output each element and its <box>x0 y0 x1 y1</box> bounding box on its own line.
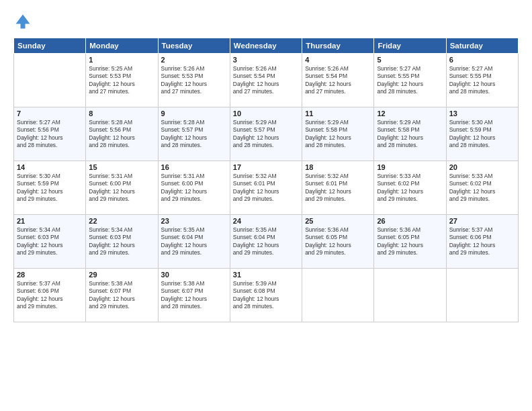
cell-info: Sunrise: 5:35 AM Sunset: 6:04 PM Dayligh… <box>233 226 299 257</box>
cell-info: Sunrise: 5:31 AM Sunset: 6:00 PM Dayligh… <box>89 173 154 203</box>
calendar-cell: 16Sunrise: 5:31 AM Sunset: 6:00 PM Dayli… <box>158 161 230 215</box>
cell-info: Sunrise: 5:27 AM Sunset: 5:55 PM Dayligh… <box>377 65 443 96</box>
cell-info: Sunrise: 5:37 AM Sunset: 6:06 PM Dayligh… <box>449 226 515 257</box>
calendar-cell: 2Sunrise: 5:26 AM Sunset: 5:53 PM Daylig… <box>158 54 230 107</box>
column-header-friday: Friday <box>374 38 446 54</box>
calendar-week-3: 14Sunrise: 5:30 AM Sunset: 5:59 PM Dayli… <box>14 161 519 215</box>
day-number: 17 <box>233 163 299 171</box>
day-number: 10 <box>233 109 299 118</box>
calendar-cell: 11Sunrise: 5:29 AM Sunset: 5:58 PM Dayli… <box>302 107 374 161</box>
cell-info: Sunrise: 5:38 AM Sunset: 6:07 PM Dayligh… <box>161 280 227 311</box>
calendar-week-2: 7Sunrise: 5:27 AM Sunset: 5:56 PM Daylig… <box>14 107 519 161</box>
day-number: 30 <box>161 271 227 279</box>
cell-info: Sunrise: 5:32 AM Sunset: 6:01 PM Dayligh… <box>305 173 371 203</box>
cell-info: Sunrise: 5:32 AM Sunset: 6:01 PM Dayligh… <box>233 173 299 203</box>
calendar-cell: 17Sunrise: 5:32 AM Sunset: 6:01 PM Dayli… <box>230 161 302 215</box>
day-number: 3 <box>233 56 299 64</box>
calendar-cell: 24Sunrise: 5:35 AM Sunset: 6:04 PM Dayli… <box>230 215 302 269</box>
cell-info: Sunrise: 5:33 AM Sunset: 6:02 PM Dayligh… <box>377 173 443 203</box>
day-number: 13 <box>449 109 515 118</box>
day-number: 16 <box>161 163 227 171</box>
day-number: 22 <box>89 217 154 225</box>
cell-info: Sunrise: 5:27 AM Sunset: 5:56 PM Dayligh… <box>17 119 83 150</box>
calendar-cell: 3Sunrise: 5:26 AM Sunset: 5:54 PM Daylig… <box>230 54 302 107</box>
logo-icon <box>13 12 32 31</box>
calendar-cell: 23Sunrise: 5:35 AM Sunset: 6:04 PM Dayli… <box>158 215 230 269</box>
cell-info: Sunrise: 5:37 AM Sunset: 6:06 PM Dayligh… <box>17 280 83 311</box>
cell-info: Sunrise: 5:36 AM Sunset: 6:05 PM Dayligh… <box>377 226 443 257</box>
calendar-cell: 18Sunrise: 5:32 AM Sunset: 6:01 PM Dayli… <box>302 161 374 215</box>
day-number: 20 <box>449 163 515 171</box>
column-header-sunday: Sunday <box>14 38 86 54</box>
day-number: 1 <box>89 56 154 64</box>
day-number: 7 <box>17 109 83 118</box>
calendar-cell: 14Sunrise: 5:30 AM Sunset: 5:59 PM Dayli… <box>14 161 86 215</box>
cell-info: Sunrise: 5:31 AM Sunset: 6:00 PM Dayligh… <box>161 173 227 203</box>
calendar-cell: 6Sunrise: 5:27 AM Sunset: 5:55 PM Daylig… <box>446 54 518 107</box>
calendar-cell: 26Sunrise: 5:36 AM Sunset: 6:05 PM Dayli… <box>374 215 446 269</box>
calendar-cell: 7Sunrise: 5:27 AM Sunset: 5:56 PM Daylig… <box>14 107 86 161</box>
day-number: 11 <box>305 109 371 118</box>
cell-info: Sunrise: 5:36 AM Sunset: 6:05 PM Dayligh… <box>305 226 371 257</box>
cell-info: Sunrise: 5:35 AM Sunset: 6:04 PM Dayligh… <box>161 226 227 257</box>
cell-info: Sunrise: 5:29 AM Sunset: 5:57 PM Dayligh… <box>233 119 299 150</box>
cell-info: Sunrise: 5:26 AM Sunset: 5:54 PM Dayligh… <box>233 65 299 96</box>
day-number: 26 <box>377 217 443 225</box>
cell-info: Sunrise: 5:30 AM Sunset: 5:59 PM Dayligh… <box>449 119 515 150</box>
calendar-cell: 30Sunrise: 5:38 AM Sunset: 6:07 PM Dayli… <box>158 269 230 322</box>
calendar-week-4: 21Sunrise: 5:34 AM Sunset: 6:03 PM Dayli… <box>14 215 519 269</box>
cell-info: Sunrise: 5:29 AM Sunset: 5:58 PM Dayligh… <box>377 119 443 150</box>
cell-info: Sunrise: 5:34 AM Sunset: 6:03 PM Dayligh… <box>17 226 83 257</box>
day-number: 25 <box>305 217 371 225</box>
cell-info: Sunrise: 5:29 AM Sunset: 5:58 PM Dayligh… <box>305 119 371 150</box>
day-number: 14 <box>17 163 83 171</box>
calendar-header-row: SundayMondayTuesdayWednesdayThursdayFrid… <box>14 38 519 54</box>
calendar-cell: 8Sunrise: 5:28 AM Sunset: 5:56 PM Daylig… <box>86 107 158 161</box>
calendar-cell <box>14 54 86 107</box>
calendar-cell: 19Sunrise: 5:33 AM Sunset: 6:02 PM Dayli… <box>374 161 446 215</box>
day-number: 27 <box>449 217 515 225</box>
day-number: 6 <box>449 56 515 64</box>
column-header-monday: Monday <box>86 38 158 54</box>
day-number: 21 <box>17 217 83 225</box>
column-header-tuesday: Tuesday <box>158 38 230 54</box>
column-header-saturday: Saturday <box>446 38 518 54</box>
calendar-cell <box>302 269 374 322</box>
day-number: 31 <box>233 271 299 279</box>
cell-info: Sunrise: 5:28 AM Sunset: 5:57 PM Dayligh… <box>161 119 227 150</box>
cell-info: Sunrise: 5:28 AM Sunset: 5:56 PM Dayligh… <box>89 119 154 150</box>
column-header-thursday: Thursday <box>302 38 374 54</box>
day-number: 24 <box>233 217 299 225</box>
calendar-week-5: 28Sunrise: 5:37 AM Sunset: 6:06 PM Dayli… <box>14 269 519 322</box>
calendar-cell: 9Sunrise: 5:28 AM Sunset: 5:57 PM Daylig… <box>158 107 230 161</box>
cell-info: Sunrise: 5:39 AM Sunset: 6:08 PM Dayligh… <box>233 280 299 311</box>
calendar-table: SundayMondayTuesdayWednesdayThursdayFrid… <box>13 38 519 322</box>
calendar-week-1: 1Sunrise: 5:25 AM Sunset: 5:53 PM Daylig… <box>14 54 519 107</box>
day-number: 12 <box>377 109 443 118</box>
calendar-cell: 5Sunrise: 5:27 AM Sunset: 5:55 PM Daylig… <box>374 54 446 107</box>
calendar-cell: 13Sunrise: 5:30 AM Sunset: 5:59 PM Dayli… <box>446 107 518 161</box>
logo <box>13 12 36 31</box>
cell-info: Sunrise: 5:25 AM Sunset: 5:53 PM Dayligh… <box>89 65 154 96</box>
calendar-cell: 29Sunrise: 5:38 AM Sunset: 6:07 PM Dayli… <box>86 269 158 322</box>
day-number: 8 <box>89 109 154 118</box>
cell-info: Sunrise: 5:34 AM Sunset: 6:03 PM Dayligh… <box>89 226 154 257</box>
header <box>13 12 519 31</box>
calendar-cell: 15Sunrise: 5:31 AM Sunset: 6:00 PM Dayli… <box>86 161 158 215</box>
cell-info: Sunrise: 5:38 AM Sunset: 6:07 PM Dayligh… <box>89 280 154 311</box>
day-number: 28 <box>17 271 83 279</box>
calendar-cell <box>446 269 518 322</box>
day-number: 29 <box>89 271 154 279</box>
calendar-cell: 21Sunrise: 5:34 AM Sunset: 6:03 PM Dayli… <box>14 215 86 269</box>
cell-info: Sunrise: 5:30 AM Sunset: 5:59 PM Dayligh… <box>17 173 83 203</box>
calendar-cell: 25Sunrise: 5:36 AM Sunset: 6:05 PM Dayli… <box>302 215 374 269</box>
cell-info: Sunrise: 5:26 AM Sunset: 5:53 PM Dayligh… <box>161 65 227 96</box>
calendar-cell: 31Sunrise: 5:39 AM Sunset: 6:08 PM Dayli… <box>230 269 302 322</box>
cell-info: Sunrise: 5:26 AM Sunset: 5:54 PM Dayligh… <box>305 65 371 96</box>
day-number: 9 <box>161 109 227 118</box>
day-number: 18 <box>305 163 371 171</box>
page: SundayMondayTuesdayWednesdayThursdayFrid… <box>0 0 532 411</box>
day-number: 23 <box>161 217 227 225</box>
calendar-cell: 22Sunrise: 5:34 AM Sunset: 6:03 PM Dayli… <box>86 215 158 269</box>
cell-info: Sunrise: 5:27 AM Sunset: 5:55 PM Dayligh… <box>449 65 515 96</box>
